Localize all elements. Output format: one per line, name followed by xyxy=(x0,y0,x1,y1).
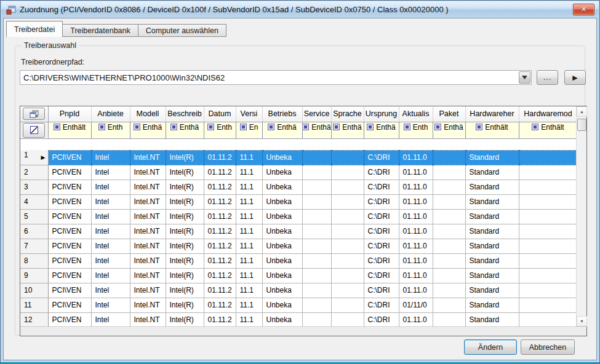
filter-mode-icon[interactable] xyxy=(98,124,105,130)
grid-cell[interactable]: Standard xyxy=(465,150,519,165)
grid-cell[interactable]: C:\DRI xyxy=(364,224,399,239)
filter-input-1[interactable] xyxy=(91,132,130,138)
filter-mode-icon[interactable] xyxy=(333,124,340,130)
grid-cell[interactable]: 11.1 xyxy=(236,150,262,165)
column-header-3[interactable]: Beschreib xyxy=(166,106,204,122)
grid-cell[interactable] xyxy=(519,209,577,224)
filter-input-8[interactable] xyxy=(331,132,364,138)
row-header[interactable]: 1▶ xyxy=(20,150,48,165)
filter-input-5[interactable] xyxy=(236,132,262,138)
grid-cell[interactable] xyxy=(331,298,364,312)
grid-cell[interactable]: Intel(R) xyxy=(166,224,204,239)
grid-cell[interactable] xyxy=(433,209,465,224)
grid-cell[interactable]: 11.1 xyxy=(236,239,262,253)
grid-cell[interactable] xyxy=(519,298,577,312)
filter-cell-1[interactable]: Enth xyxy=(91,122,130,132)
grid-cell[interactable]: C:\DRI xyxy=(364,253,399,268)
table-row[interactable]: 10PCI\VENIntelIntel.NTIntel(R)01.11.211.… xyxy=(20,283,577,298)
filter-cell-3[interactable]: Enthä xyxy=(166,122,204,132)
grid-cell[interactable]: Intel.NT xyxy=(130,239,166,253)
grid-cell[interactable]: 11.1 xyxy=(236,312,262,327)
grid-cell[interactable]: Unbeka xyxy=(262,150,302,165)
column-header-10[interactable]: Aktualis xyxy=(399,106,433,122)
grid-cell[interactable]: Standard xyxy=(465,224,519,239)
grid-cell[interactable] xyxy=(331,165,364,180)
table-row[interactable]: 5PCI\VENIntelIntel.NTIntel(R)01.11.211.1… xyxy=(20,209,577,224)
grid-cell[interactable] xyxy=(302,312,331,327)
clear-filter-button[interactable] xyxy=(23,123,45,138)
grid-cell[interactable]: Unbeka xyxy=(262,165,302,180)
grid-cell[interactable]: Intel.NT xyxy=(130,312,166,327)
grid-cell[interactable]: 01.11.2 xyxy=(204,312,236,327)
grid-cell[interactable] xyxy=(302,253,331,268)
grid-cell[interactable] xyxy=(302,194,331,209)
table-row[interactable]: 1▶PCI\VENIntelIntel.NTIntel(R)01.11.211.… xyxy=(20,150,577,165)
table-row[interactable]: 9PCI\VENIntelIntel.NTIntel(R)01.11.211.1… xyxy=(20,268,577,283)
row-header[interactable]: 6 xyxy=(20,224,48,239)
grid-cell[interactable]: PCI\VEN xyxy=(48,209,91,224)
tab-computer-auswaehlen[interactable]: Computer auswählen xyxy=(138,24,226,37)
column-header-4[interactable]: Datum xyxy=(204,106,236,122)
grid-cell[interactable]: C:\DRI xyxy=(364,150,399,165)
scroll-down-button[interactable]: ▼ xyxy=(577,316,587,326)
filter-cell-6[interactable]: Enthä xyxy=(262,122,302,132)
grid-cell[interactable]: Intel(R) xyxy=(166,283,204,298)
grid-cell[interactable]: 11.1 xyxy=(236,253,262,268)
grid-cell[interactable]: Intel xyxy=(91,180,130,194)
grid-cell[interactable]: 01.11.0 xyxy=(399,180,433,194)
grid-cell[interactable]: Intel xyxy=(91,150,130,165)
grid-cell[interactable] xyxy=(433,165,465,180)
grid-cell[interactable] xyxy=(519,239,577,253)
column-header-8[interactable]: Sprache xyxy=(331,106,364,122)
cancel-button[interactable]: Abbrechen xyxy=(521,339,575,355)
row-header[interactable]: 2 xyxy=(20,165,48,180)
grid-cell[interactable] xyxy=(302,239,331,253)
grid-cell[interactable] xyxy=(519,150,577,165)
grid-cell[interactable] xyxy=(302,283,331,298)
grid-cell[interactable]: 11.1 xyxy=(236,224,262,239)
grid-cell[interactable]: 01.11.0 xyxy=(399,224,433,239)
grid-cell[interactable]: Standard xyxy=(465,298,519,312)
grid-cell[interactable]: 11.1 xyxy=(236,194,262,209)
table-row[interactable]: 6PCI\VENIntelIntel.NTIntel(R)01.11.211.1… xyxy=(20,224,577,239)
filter-mode-icon[interactable] xyxy=(434,124,441,130)
grid-cell[interactable]: Intel.NT xyxy=(130,298,166,312)
grid-cell[interactable]: PCI\VEN xyxy=(48,268,91,283)
grid-cell[interactable] xyxy=(331,283,364,298)
grid-cell[interactable] xyxy=(302,224,331,239)
apply-path-button[interactable]: ▶ xyxy=(564,70,586,85)
row-header[interactable]: 9 xyxy=(20,268,48,283)
filter-input-12[interactable] xyxy=(465,132,519,138)
column-header-1[interactable]: Anbiete xyxy=(91,106,130,122)
grid-cell[interactable]: Unbeka xyxy=(262,253,302,268)
table-row[interactable]: 3PCI\VENIntelIntel.NTIntel(R)01.11.211.1… xyxy=(20,180,577,194)
grid-cell[interactable]: Intel xyxy=(91,298,130,312)
grid-cell[interactable]: Standard xyxy=(465,165,519,180)
grid-cell[interactable]: Intel xyxy=(91,239,130,253)
filter-mode-icon[interactable] xyxy=(207,124,214,130)
grid-cell[interactable]: 01.11.2 xyxy=(204,239,236,253)
grid-cell[interactable]: 01.11.2 xyxy=(204,298,236,312)
grid-cell[interactable] xyxy=(519,224,577,239)
grid-cell[interactable]: C:\DRI xyxy=(364,194,399,209)
filter-cell-12[interactable]: Enthält xyxy=(465,122,519,132)
grid-cell[interactable]: Standard xyxy=(465,312,519,327)
filter-mode-icon[interactable] xyxy=(170,124,177,130)
grid-cell[interactable]: 01.11.0 xyxy=(399,253,433,268)
grid-cell[interactable]: 11.1 xyxy=(236,298,262,312)
grid-cell[interactable]: 01.11.0 xyxy=(399,239,433,253)
grid-cell[interactable]: Intel.NT xyxy=(130,283,166,298)
filter-mode-icon[interactable] xyxy=(302,124,309,130)
grid-cell[interactable]: Unbeka xyxy=(262,283,302,298)
row-header[interactable]: 3 xyxy=(20,180,48,194)
filter-mode-icon[interactable] xyxy=(367,124,374,130)
filter-cell-11[interactable]: Enthä xyxy=(433,122,465,132)
grid-cell[interactable] xyxy=(331,150,364,165)
grid-cell[interactable]: Unbeka xyxy=(262,209,302,224)
column-header-6[interactable]: Betriebs xyxy=(262,106,302,122)
grid-cell[interactable] xyxy=(433,194,465,209)
grid-cell[interactable]: Standard xyxy=(465,209,519,224)
grid-cell[interactable]: 11.1 xyxy=(236,165,262,180)
grid-cell[interactable]: Standard xyxy=(465,253,519,268)
grid-cell[interactable] xyxy=(302,268,331,283)
